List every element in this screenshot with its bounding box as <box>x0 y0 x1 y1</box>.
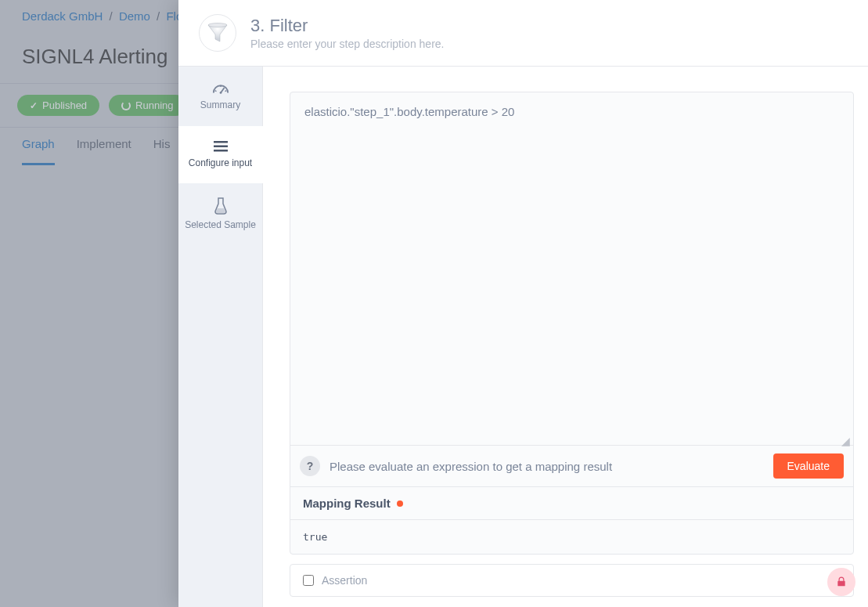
evaluate-button[interactable]: Evaluate <box>773 453 844 479</box>
vtab-summary[interactable]: Summary <box>178 67 262 126</box>
lock-button[interactable] <box>827 568 855 596</box>
help-icon[interactable]: ? <box>300 456 320 476</box>
step-title: 3. Filter <box>250 16 444 36</box>
mapping-result-label: Mapping Result <box>303 497 391 510</box>
funnel-icon <box>205 20 230 45</box>
status-running[interactable]: Running <box>109 95 185 116</box>
svg-rect-8 <box>214 150 228 152</box>
flask-icon <box>214 197 228 215</box>
tab-history[interactable]: His <box>153 128 171 165</box>
assertion-row[interactable]: Assertion <box>290 564 854 597</box>
assertion-label: Assertion <box>322 574 367 587</box>
expression-editor-box: ◢ ? Please evaluate an expression to get… <box>290 92 854 555</box>
status-dot-icon <box>397 500 403 507</box>
svg-line-4 <box>225 91 226 92</box>
svg-rect-6 <box>214 141 228 143</box>
resize-handle[interactable]: ◢ <box>290 439 853 445</box>
filter-step-icon <box>199 14 236 52</box>
breadcrumb-sep: / <box>157 9 160 23</box>
gauge-icon <box>212 81 229 95</box>
breadcrumb-sep: / <box>110 9 113 23</box>
evaluate-hint: Please evaluate an expression to get a m… <box>330 460 764 473</box>
svg-point-0 <box>208 23 227 27</box>
vtab-sample-label: Selected Sample <box>185 219 256 230</box>
vtab-summary-label: Summary <box>200 99 240 110</box>
expression-input[interactable] <box>290 92 853 435</box>
step-description-placeholder[interactable]: Please enter your step description here. <box>250 38 444 50</box>
vtab-selected-sample[interactable]: Selected Sample <box>178 183 262 246</box>
lock-icon <box>836 576 847 587</box>
menu-icon <box>213 140 229 153</box>
tab-graph[interactable]: Graph <box>22 128 55 165</box>
status-published[interactable]: Published <box>17 95 99 116</box>
svg-rect-7 <box>214 145 228 147</box>
check-icon <box>30 99 38 111</box>
tab-implement[interactable]: Implement <box>77 128 131 165</box>
breadcrumb-org[interactable]: Derdack GmbH <box>22 9 103 23</box>
vtab-configure-label: Configure input <box>189 157 252 168</box>
status-running-label: Running <box>135 99 173 111</box>
breadcrumb-workspace[interactable]: Demo <box>119 9 150 23</box>
assertion-checkbox[interactable] <box>303 575 314 586</box>
mapping-result-value: true <box>290 519 853 554</box>
svg-line-3 <box>214 91 216 92</box>
step-config-panel: 3. Filter Please enter your step descrip… <box>178 0 868 607</box>
svg-line-2 <box>221 88 225 92</box>
spinner-icon <box>121 101 131 110</box>
status-published-label: Published <box>42 99 87 111</box>
vtab-configure-input[interactable]: Configure input <box>178 126 263 184</box>
